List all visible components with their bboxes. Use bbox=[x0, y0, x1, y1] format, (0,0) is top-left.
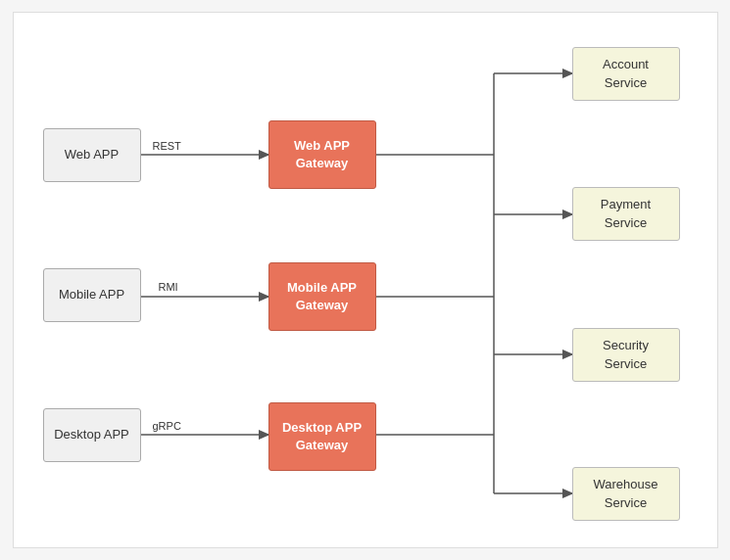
warehouse-service: WarehouseService bbox=[572, 467, 680, 521]
account-service: AccountService bbox=[572, 47, 680, 101]
desktop-gateway: Desktop APPGateway bbox=[268, 402, 376, 471]
rest-label: REST bbox=[153, 140, 181, 152]
grpc-label: gRPC bbox=[153, 420, 181, 432]
web-app: Web APP bbox=[43, 128, 141, 182]
mobile-gateway: Mobile APPGateway bbox=[268, 262, 376, 331]
desktop-app: Desktop APP bbox=[43, 408, 141, 462]
architecture-diagram: REST RMI gRPC Web APP Mobile APP Desktop… bbox=[13, 12, 718, 548]
security-service: SecurityService bbox=[572, 328, 680, 382]
web-gateway: Web APPGateway bbox=[268, 120, 376, 189]
rmi-label: RMI bbox=[159, 281, 178, 293]
payment-service: PaymentService bbox=[572, 187, 680, 241]
mobile-app: Mobile APP bbox=[43, 268, 141, 322]
